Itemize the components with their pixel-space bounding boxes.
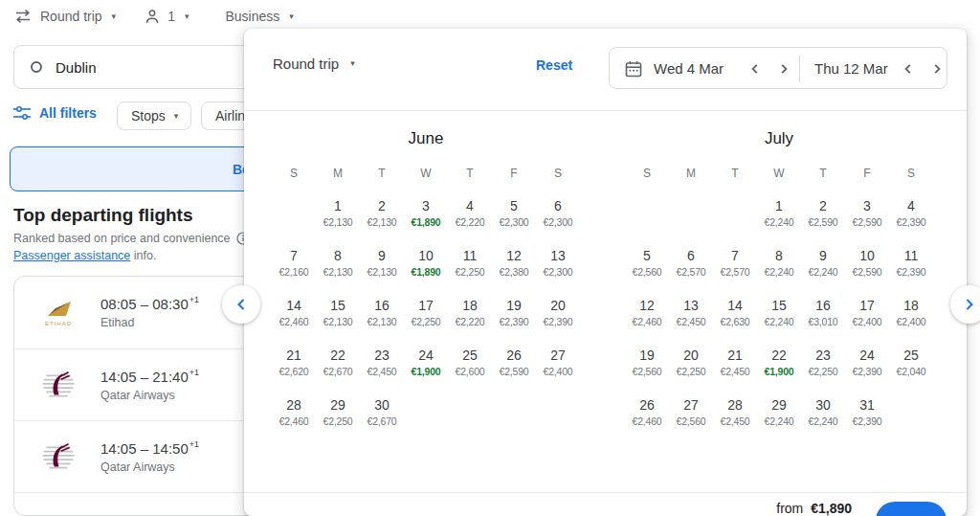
day-number: 4 [466,198,474,213]
calendar-day[interactable]: 12€2,380 [492,237,536,287]
trip-type-label: Round trip [40,9,102,24]
day-price: €2,560 [633,266,662,278]
day-price: €2,560 [677,415,706,427]
calendar-day[interactable]: 12€2,460 [625,287,669,337]
calendar-day[interactable]: 26€2,460 [625,387,669,437]
weekday-header: SMTWTFS [625,167,933,188]
reset-button[interactable]: Reset [536,57,572,73]
return-next-day-icon[interactable] [931,63,943,75]
calendar-day[interactable]: 15€2,240 [757,287,801,337]
calendar-day[interactable]: 20€2,390 [536,287,580,337]
passenger-assistance-link[interactable]: Passenger assistance [13,249,130,262]
chevron-down-icon: ▾ [174,112,179,121]
calendar-day[interactable]: 7€2,160 [272,237,316,287]
calendar-day[interactable]: 28€2,460 [272,387,316,437]
calendar-day[interactable]: 21€2,620 [272,337,316,387]
calendar-day[interactable]: 10€1,890 [404,237,448,287]
done-button[interactable] [876,502,947,516]
calendar-day[interactable]: 10€2,590 [845,237,889,287]
empty-day-cell [625,188,669,237]
calendar-day[interactable]: 24€1,900 [404,337,448,387]
calendar-day[interactable]: 31€2,390 [845,387,889,437]
calendar-day[interactable]: 25€2,600 [448,337,492,387]
calendar-day[interactable]: 19€2,390 [492,287,536,337]
calendar-day[interactable]: 1€2,240 [757,188,801,237]
calendar-day[interactable]: 29€2,240 [757,387,801,437]
calendar-day[interactable]: 5€2,560 [625,237,669,287]
tune-icon [13,105,31,121]
cabin-class-dropdown[interactable]: Business ▾ [217,9,293,24]
calendar-day[interactable]: 18€2,400 [889,287,933,337]
calendar-day[interactable]: 16€2,130 [360,287,404,337]
calendar-day[interactable]: 6€2,570 [669,237,713,287]
day-price: €2,240 [765,216,794,228]
calendar-day[interactable]: 3€2,590 [845,188,889,237]
stops-filter-chip[interactable]: Stops ▾ [117,101,191,130]
calendar-day[interactable]: 27€2,400 [536,337,580,387]
calendar-day[interactable]: 2€2,130 [360,188,404,237]
calendar-day[interactable]: 29€2,250 [316,387,360,437]
calendar-day[interactable]: 24€2,390 [845,337,889,387]
calendar-day[interactable]: 13€2,450 [669,287,713,337]
day-number: 20 [550,298,566,313]
trip-type-dropdown[interactable]: Round trip ▾ [13,9,116,24]
footer-price-prefix: from [776,501,803,516]
day-number: 29 [330,397,345,413]
calendar-day[interactable]: 4€2,390 [889,188,933,237]
return-date-field[interactable]: Thu 12 Mar [814,60,888,77]
day-price: €2,390 [544,316,573,327]
calendar-day[interactable]: 11€2,250 [448,237,492,287]
calendar-day[interactable]: 14€2,630 [713,287,757,337]
calendar-day[interactable]: 30€2,670 [360,387,404,437]
day-number: 20 [683,348,699,363]
calendar-day[interactable]: 9€2,240 [801,237,845,287]
calendar-day[interactable]: 9€2,130 [360,237,404,287]
calendar-prev-button[interactable] [222,285,260,324]
calendar-day[interactable]: 8€2,130 [316,237,360,287]
footer-price-value: €1,890 [811,501,852,516]
day-number: 3 [422,198,430,213]
calendar-day[interactable]: 16€3,010 [801,287,845,337]
calendar-day[interactable]: 22€1,900 [757,337,801,387]
calendar-day[interactable]: 13€2,300 [536,237,580,287]
swap-arrows-icon [13,9,33,24]
return-prev-day-icon[interactable] [902,63,914,75]
calendar-day[interactable]: 14€2,460 [272,287,316,337]
day-number: 14 [286,298,301,313]
calendar-day[interactable]: 17€2,250 [404,287,448,337]
calendar-day[interactable]: 22€2,670 [316,337,360,387]
calendar-day[interactable]: 4€2,220 [448,188,492,237]
calendar-day[interactable]: 1€2,130 [316,188,360,237]
calendar-day[interactable]: 11€2,390 [889,237,933,287]
calendar-day[interactable]: 20€2,250 [669,337,713,387]
calendar-day[interactable]: 25€2,040 [889,337,933,387]
calendar-day[interactable]: 2€2,590 [801,188,845,237]
calendar-day[interactable]: 26€2,590 [492,337,536,387]
calendar-day[interactable]: 18€2,220 [448,287,492,337]
calendar-day[interactable]: 6€2,300 [536,188,580,237]
calendar-day[interactable]: 27€2,560 [669,387,713,437]
day-number: 18 [462,298,478,313]
calendar-day[interactable]: 7€2,570 [713,237,757,287]
calendar-day[interactable]: 19€2,560 [625,337,669,387]
departure-prev-day-icon[interactable] [749,63,761,75]
calendar-day[interactable]: 28€2,450 [713,387,757,437]
calendar-day[interactable]: 8€2,240 [757,237,801,287]
calendar-day[interactable]: 21€2,450 [713,337,757,387]
day-number: 18 [903,298,919,313]
calendar-day[interactable]: 23€2,250 [801,337,845,387]
calendar-day[interactable]: 30€2,240 [801,387,845,437]
all-filters-button[interactable]: All filters [13,105,97,121]
calendar-day[interactable]: 23€2,450 [360,337,404,387]
departure-next-day-icon[interactable] [778,63,790,75]
day-number: 12 [639,298,655,313]
dialog-trip-type-dropdown[interactable]: Round trip ▾ [273,56,355,72]
day-price: €2,240 [765,266,794,278]
calendar-day[interactable]: 15€2,130 [316,287,360,337]
passengers-dropdown[interactable]: 1 ▾ [145,9,189,25]
departure-date-field[interactable]: Wed 4 Mar [654,60,724,77]
day-price: €2,450 [721,415,750,427]
calendar-day[interactable]: 17€2,400 [845,287,889,337]
calendar-day[interactable]: 5€2,300 [492,188,536,237]
calendar-day[interactable]: 3€1,890 [404,188,448,237]
